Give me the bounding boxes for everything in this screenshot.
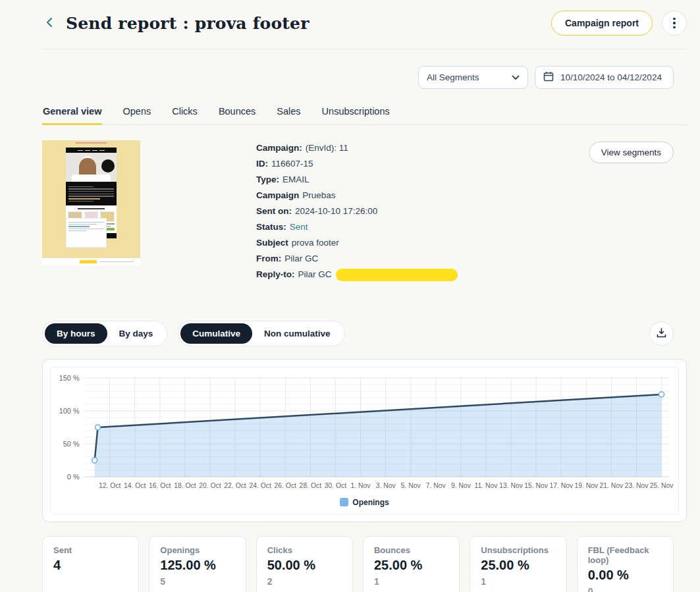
svg-text:23. Nov: 23. Nov bbox=[625, 482, 649, 489]
kebab-icon bbox=[673, 18, 676, 29]
thumbnail-dog-photo bbox=[66, 153, 117, 182]
thumbnail-badge bbox=[101, 159, 115, 173]
download-icon bbox=[656, 327, 667, 340]
filters-row: All Segments 10/10/2024 to 04/12/2024 bbox=[42, 66, 674, 89]
stat-card-unsubscriptions: Unsubscriptions25.00 %1 bbox=[470, 536, 566, 592]
redacted-email-value bbox=[336, 269, 458, 281]
detail-campaign: CampaignPruebas bbox=[256, 188, 589, 203]
email-preview-thumbnail[interactable] bbox=[42, 140, 140, 265]
openings-chart[interactable]: 0 %50 %100 %150 %12. Oct14. Oct16. Oct18… bbox=[50, 367, 679, 514]
stats-row: Sent4Openings125.00 %5Clicks50.00 %2Boun… bbox=[42, 536, 674, 592]
svg-text:30. Oct: 30. Oct bbox=[325, 482, 347, 489]
tab-clicks[interactable]: Clicks bbox=[171, 102, 198, 125]
toggle-by-hours[interactable]: By hours bbox=[45, 323, 107, 344]
toggle-non-cumulative[interactable]: Non cumulative bbox=[252, 323, 342, 344]
mode-toggle-group: CumulativeNon cumulative bbox=[178, 321, 344, 346]
detail-type: Type:EMAIL bbox=[256, 172, 589, 188]
svg-text:7. Nov: 7. Nov bbox=[426, 482, 446, 489]
detail-sent-on: Sent on:2024-10-10 17:26:00 bbox=[256, 203, 589, 219]
date-range-value: 10/10/2024 to 04/12/2024 bbox=[560, 72, 662, 82]
svg-text:100 %: 100 % bbox=[59, 407, 80, 415]
svg-text:20. Oct: 20. Oct bbox=[199, 482, 221, 489]
tab-opens[interactable]: Opens bbox=[122, 102, 151, 125]
tab-general-view[interactable]: General view bbox=[42, 102, 102, 125]
stat-card-sent: Sent4 bbox=[42, 536, 139, 592]
svg-text:15. Nov: 15. Nov bbox=[524, 482, 549, 489]
toggle-by-days[interactable]: By days bbox=[107, 323, 165, 344]
view-segments-button[interactable]: View segments bbox=[589, 142, 674, 163]
segments-select[interactable]: All Segments bbox=[418, 66, 528, 89]
stat-card-bounces: Bounces25.00 %1 bbox=[363, 536, 460, 592]
campaign-details-list: Campaign:(EnvId): 11ID:116607-15Type:EMA… bbox=[256, 140, 589, 283]
svg-text:24. Oct: 24. Oct bbox=[249, 482, 271, 489]
segments-select-value: All Segments bbox=[427, 72, 479, 82]
openings-chart-card: 0 %50 %100 %150 %12. Oct14. Oct16. Oct18… bbox=[42, 359, 687, 522]
chevron-left-icon bbox=[45, 16, 54, 30]
more-options-button[interactable] bbox=[662, 11, 687, 36]
svg-text:14. Oct: 14. Oct bbox=[124, 482, 146, 489]
detail-id: ID:116607-15 bbox=[256, 156, 589, 172]
legend-swatch-openings bbox=[340, 498, 348, 506]
svg-text:12. Oct: 12. Oct bbox=[99, 482, 121, 489]
svg-text:22. Oct: 22. Oct bbox=[224, 482, 246, 489]
svg-text:16. Oct: 16. Oct bbox=[149, 482, 171, 489]
svg-text:18. Oct: 18. Oct bbox=[174, 482, 196, 489]
svg-text:0 %: 0 % bbox=[67, 473, 80, 481]
svg-text:11. Nov: 11. Nov bbox=[475, 482, 498, 489]
tab-sales[interactable]: Sales bbox=[276, 102, 301, 125]
thumbnail-logo bbox=[80, 260, 97, 263]
svg-text:5. Nov: 5. Nov bbox=[401, 482, 421, 489]
download-chart-button[interactable] bbox=[649, 321, 674, 346]
detail-subject: Subjectprova footer bbox=[256, 235, 589, 251]
thumbnail-footer-text bbox=[66, 218, 107, 248]
svg-text:17. Nov: 17. Nov bbox=[549, 482, 574, 489]
tab-bounces[interactable]: Bounces bbox=[218, 102, 256, 125]
svg-text:13. Nov: 13. Nov bbox=[499, 482, 524, 489]
svg-text:3. Nov: 3. Nov bbox=[376, 482, 396, 489]
svg-text:25. Nov: 25. Nov bbox=[650, 482, 674, 489]
svg-text:150 %: 150 % bbox=[59, 374, 80, 382]
thumbnail-text-block bbox=[66, 182, 117, 205]
stat-card-openings: Openings125.00 %5 bbox=[149, 536, 246, 592]
detail-reply-to: Reply-to:Pilar GC bbox=[256, 267, 589, 283]
chart-canvas: 0 %50 %100 %150 %12. Oct14. Oct16. Oct18… bbox=[55, 373, 674, 495]
thumbnail-bottom-strip bbox=[42, 258, 140, 265]
svg-text:19. Nov: 19. Nov bbox=[574, 482, 599, 489]
back-button[interactable] bbox=[42, 15, 57, 32]
page-title: Send report : prova footer bbox=[66, 14, 310, 33]
svg-text:26. Oct: 26. Oct bbox=[275, 482, 297, 489]
time-toggle-group: By hoursBy days bbox=[42, 321, 167, 346]
legend-label-openings: Openings bbox=[352, 498, 389, 507]
report-tabs: General viewOpensClicksBouncesSalesUnsub… bbox=[42, 102, 687, 125]
toggle-cumulative[interactable]: Cumulative bbox=[180, 323, 252, 344]
svg-text:50 %: 50 % bbox=[63, 440, 80, 448]
svg-text:21. Nov: 21. Nov bbox=[600, 482, 624, 489]
campaign-info-section: Campaign:(EnvId): 11ID:116607-15Type:EMA… bbox=[42, 140, 674, 283]
stat-card-clicks: Clicks50.00 %2 bbox=[256, 536, 353, 592]
calendar-icon bbox=[543, 71, 554, 84]
svg-text:28. Oct: 28. Oct bbox=[300, 482, 322, 489]
campaign-report-button[interactable]: Campaign report bbox=[551, 11, 653, 36]
chart-legend[interactable]: Openings bbox=[55, 495, 674, 511]
thumbnail-preheader bbox=[76, 142, 107, 144]
tab-unsubscriptions[interactable]: Unsubscriptions bbox=[321, 102, 390, 125]
thumbnail-nav-bar bbox=[66, 148, 117, 153]
page-header: Send report : prova footer Campaign repo… bbox=[42, 0, 687, 49]
chart-controls-row: By hoursBy days CumulativeNon cumulative bbox=[42, 321, 674, 346]
chevron-down-icon bbox=[512, 72, 520, 82]
date-range-input[interactable]: 10/10/2024 to 04/12/2024 bbox=[535, 66, 674, 89]
detail-from: From:Pilar GC bbox=[256, 251, 589, 267]
svg-text:9. Nov: 9. Nov bbox=[451, 482, 471, 489]
stat-card-fbl-feedback-loop: FBL (Feedback loop)0.00 %0 bbox=[577, 536, 674, 592]
detail-status: Status:Sent bbox=[256, 219, 589, 235]
detail-campaign: Campaign:(EnvId): 11 bbox=[256, 140, 589, 156]
svg-text:1. Nov: 1. Nov bbox=[351, 482, 371, 489]
